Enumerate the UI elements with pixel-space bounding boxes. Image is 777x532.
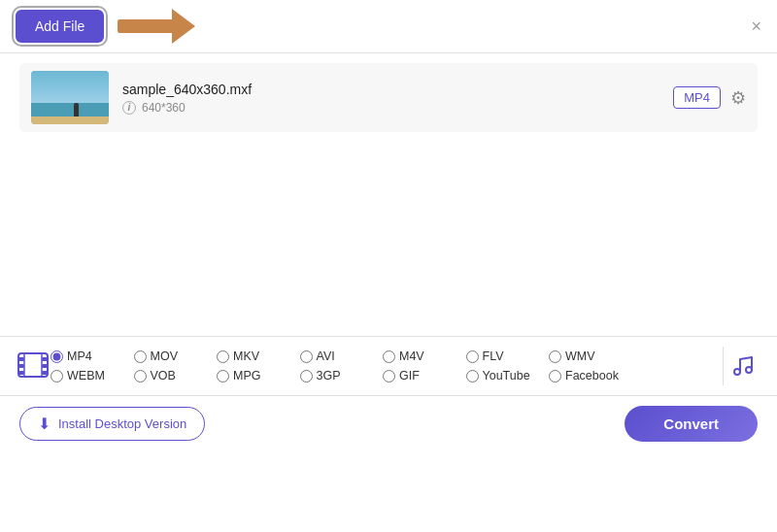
format-option-mov[interactable]: MOV [134,349,218,363]
format-radio-mpg[interactable] [217,370,229,382]
format-label-wmv: WMV [565,349,595,363]
convert-button[interactable]: Convert [625,406,758,442]
format-option-youtube[interactable]: YouTube [466,369,550,382]
arrow-indicator [118,13,195,40]
top-bar: Add File × [0,0,777,53]
format-radio-youtube[interactable] [466,370,479,382]
format-radio-gif[interactable] [383,370,395,382]
format-bar: MP4 MOV MKV AVI M4V FLV WMV [0,336,777,396]
format-label-mp4: MP4 [67,349,92,363]
format-option-m4v[interactable]: M4V [383,349,466,363]
file-actions: MP4 ⚙ [673,86,746,109]
file-meta: i 640*360 [122,101,659,115]
format-radio-flv[interactable] [466,350,479,363]
format-option-mpg[interactable]: MPG [217,369,300,382]
install-label: Install Desktop Version [58,416,186,431]
file-thumbnail [31,71,109,124]
svg-rect-2 [18,364,24,368]
svg-rect-6 [42,371,48,375]
format-option-wmv[interactable]: WMV [549,349,632,363]
format-option-flv[interactable]: FLV [466,349,550,363]
format-radio-m4v[interactable] [383,350,395,363]
close-button[interactable]: × [751,17,761,35]
thumb-sky [31,71,109,103]
file-name: sample_640x360.mxf [122,82,659,97]
format-radio-facebook[interactable] [549,370,561,382]
file-list: sample_640x360.mxf i 640*360 MP4 ⚙ [0,53,777,142]
footer: ⬇ Install Desktop Version Convert [0,396,777,451]
thumb-figure [74,103,79,116]
empty-area [0,142,777,336]
svg-point-10 [746,367,752,373]
format-label-flv: FLV [483,349,504,363]
film-icon [16,348,51,385]
format-radio-mov[interactable] [134,350,147,363]
svg-rect-3 [18,371,24,375]
format-label-youtube: YouTube [483,369,530,382]
format-option-webm[interactable]: WEBM [51,369,134,382]
settings-icon[interactable]: ⚙ [730,87,746,109]
format-radio-mkv[interactable] [217,350,229,363]
file-item: sample_640x360.mxf i 640*360 MP4 ⚙ [19,63,758,132]
format-label-mov: MOV [151,349,178,363]
thumb-sea [31,103,109,116]
download-icon: ⬇ [38,415,51,433]
file-info: sample_640x360.mxf i 640*360 [122,82,659,115]
format-radio-avi[interactable] [300,350,313,363]
thumb-sand [31,116,109,124]
format-radio-mp4[interactable] [51,350,63,363]
format-badge-button[interactable]: MP4 [673,86,721,109]
format-label-3gp: 3GP [317,369,341,382]
format-option-avi[interactable]: AVI [300,349,384,363]
svg-rect-1 [18,357,24,361]
music-icon [731,354,755,378]
format-label-mkv: MKV [233,349,259,363]
format-option-mkv[interactable]: MKV [217,349,300,363]
format-radio-vob[interactable] [134,370,147,382]
format-option-vob[interactable]: VOB [134,369,218,382]
format-options: MP4 MOV MKV AVI M4V FLV WMV [51,349,715,382]
install-desktop-button[interactable]: ⬇ Install Desktop Version [19,407,205,441]
file-resolution: 640*360 [142,101,186,115]
format-option-mp4[interactable]: MP4 [51,349,134,363]
format-label-m4v: M4V [399,349,424,363]
format-option-facebook[interactable]: Facebook [549,369,632,382]
add-file-button[interactable]: Add File [16,10,104,43]
format-label-webm: WEBM [67,369,105,382]
format-label-facebook: Facebook [565,369,619,382]
format-label-mpg: MPG [233,369,260,382]
format-radio-webm[interactable] [51,370,63,382]
svg-rect-4 [42,357,48,361]
svg-point-9 [734,369,740,375]
add-file-section: Add File [16,10,195,43]
format-option-3gp[interactable]: 3GP [300,369,384,382]
svg-rect-5 [42,364,48,368]
format-label-vob: VOB [151,369,176,382]
music-icon-wrap[interactable] [723,347,761,385]
format-radio-3gp[interactable] [300,370,313,382]
info-icon: i [122,101,136,115]
format-radio-wmv[interactable] [549,350,561,363]
format-label-avi: AVI [317,349,335,363]
format-label-gif: GIF [399,369,420,382]
format-option-gif[interactable]: GIF [383,369,466,382]
